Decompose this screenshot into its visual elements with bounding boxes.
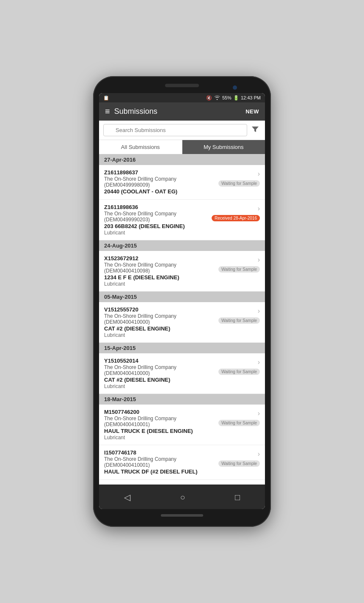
phone-home-bar [161, 514, 203, 517]
list-item[interactable]: Y1510552014 The On-Shore Drilling Compan… [99, 353, 265, 394]
new-button[interactable]: NEW [245, 108, 259, 115]
status-badge: Waiting for Sample [218, 266, 260, 273]
tabs: All Submissions My Submissions [99, 140, 265, 154]
status-left: 📋 [103, 95, 109, 101]
wifi-icon [214, 95, 221, 101]
status-badge: Waiting for Sample [218, 369, 260, 375]
chevron-right-icon: › [258, 410, 260, 417]
app-bar: ≡ Submissions NEW [99, 102, 265, 121]
chevron-right-icon: › [258, 307, 260, 315]
list-item[interactable]: I1507746178 The On-Shore Drilling Compan… [99, 445, 265, 480]
notification-icon: 📋 [103, 95, 109, 101]
filter-icon[interactable] [250, 125, 261, 135]
status-badge: Received 28-Apr-2016 [212, 215, 260, 221]
home-button[interactable]: ○ [172, 491, 193, 504]
status-badge: Waiting for Sample [218, 460, 260, 467]
list-item[interactable]: Z1611898637 The On-Shore Drilling Compan… [99, 165, 265, 200]
clock: 12:43 PM [241, 95, 261, 100]
list-item[interactable]: Z1611898636 The On-Shore Drilling Compan… [99, 200, 265, 240]
list-item[interactable]: V1512555720 The On-Shore Drilling Compan… [99, 302, 265, 343]
phone-frame: 📋 🔇 55% 🔋 12:43 PM ≡ Submi [93, 76, 271, 527]
phone-camera [233, 85, 237, 90]
list-item[interactable]: X1523672912 The On-Shore Drilling Compan… [99, 251, 265, 292]
chevron-right-icon: › [258, 170, 260, 178]
section-header-0: 27-Apr-2016 [99, 154, 265, 165]
menu-icon[interactable]: ≡ [105, 107, 110, 116]
mute-icon: 🔇 [206, 95, 212, 101]
list-item[interactable]: 99999J00020 The On-Shore Drilling Compan… [99, 480, 265, 485]
submissions-list: 27-Apr-2016 Z1611898637 The On-Shore Dri… [99, 154, 265, 485]
recent-button[interactable]: □ [227, 491, 248, 504]
search-wrapper: 🔍 [103, 124, 247, 136]
battery-text: 55% [222, 95, 232, 100]
phone-screen: 📋 🔇 55% 🔋 12:43 PM ≡ Submi [99, 93, 265, 509]
section-header-3: 15-Apr-2015 [99, 343, 265, 353]
app-bar-left: ≡ Submissions [105, 107, 157, 116]
status-badge: Waiting for Sample [218, 180, 260, 187]
chevron-right-icon: › [258, 450, 260, 458]
section-header-1: 24-Aug-2015 [99, 240, 265, 251]
search-input[interactable] [103, 124, 247, 136]
status-badge: Waiting for Sample [218, 420, 260, 426]
chevron-right-icon: › [258, 205, 260, 212]
status-bar: 📋 🔇 55% 🔋 12:43 PM [99, 93, 265, 102]
section-header-2: 05-May-2015 [99, 292, 265, 302]
status-right: 🔇 55% 🔋 12:43 PM [206, 95, 261, 101]
list-item[interactable]: M1507746200 The On-Shore Drilling Compan… [99, 405, 265, 445]
section-header-4: 18-Mar-2015 [99, 394, 265, 405]
back-button[interactable]: ◁ [116, 490, 138, 504]
bottom-nav: ◁ ○ □ [99, 485, 265, 509]
tab-all-submissions[interactable]: All Submissions [99, 140, 182, 154]
battery-icon: 🔋 [233, 95, 239, 101]
phone-speaker [165, 84, 199, 87]
tab-my-submissions[interactable]: My Submissions [182, 140, 265, 154]
app-bar-title: Submissions [114, 107, 157, 116]
search-bar: 🔍 [99, 121, 265, 140]
chevron-right-icon: › [258, 358, 260, 366]
status-badge: Waiting for Sample [218, 317, 260, 324]
chevron-right-icon: › [258, 256, 260, 264]
